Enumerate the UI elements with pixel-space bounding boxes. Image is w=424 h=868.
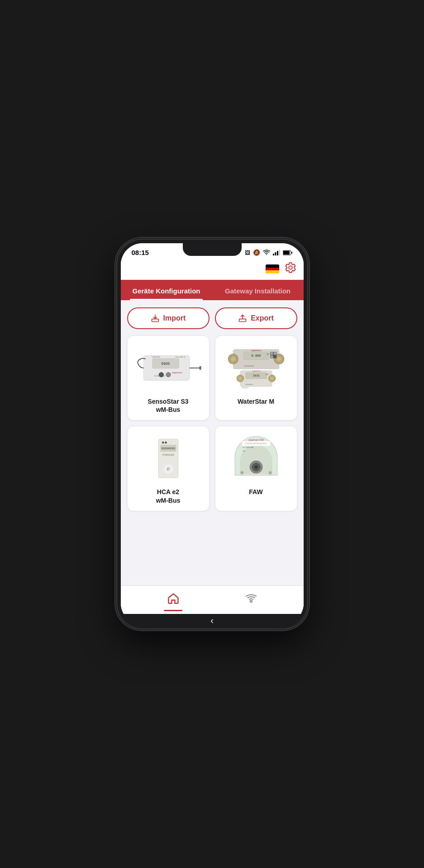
flag-red-stripe	[266, 268, 279, 271]
signal-icon	[273, 250, 280, 255]
action-buttons: Import Export	[127, 307, 297, 329]
tab-geraete-konfiguration[interactable]: Geräte Konfiguration	[121, 280, 212, 300]
home-icon	[167, 592, 180, 605]
waterstar-name: WaterStar M	[238, 397, 274, 406]
svg-rect-19	[199, 366, 201, 370]
svg-point-16	[166, 372, 171, 377]
svg-text:64251258: 64251258	[152, 356, 160, 358]
tab-bar: Geräte Konfiguration Gateway Installatio…	[121, 280, 304, 300]
svg-rect-7	[152, 319, 158, 322]
import-button[interactable]: Import	[127, 307, 210, 329]
svg-point-38	[270, 377, 274, 380]
svg-rect-2	[277, 251, 278, 255]
flag-gold-stripe	[266, 270, 279, 274]
svg-point-22	[230, 356, 236, 362]
battery-icon	[283, 250, 293, 255]
svg-text:SensoStar E: SensoStar E	[175, 356, 185, 358]
svg-text:00000000: 00000000	[161, 447, 175, 450]
svg-point-36	[238, 377, 242, 380]
top-bar	[121, 258, 304, 280]
svg-rect-8	[239, 319, 246, 322]
svg-text:||||||||||||||||||||: ||||||||||||||||||||	[245, 443, 267, 445]
svg-text:m³: m³	[266, 373, 269, 376]
device-card-sensostar[interactable]: 0000 64251258 SensoStar E CE M18 0102	[127, 335, 210, 420]
nav-home[interactable]	[158, 590, 189, 607]
svg-point-24	[276, 356, 281, 362]
svg-text:e: e	[167, 466, 170, 472]
svg-text:engelmann FAW: engelmann FAW	[248, 439, 264, 441]
svg-rect-5	[283, 251, 290, 255]
svg-point-15	[158, 372, 163, 377]
nav-gateway[interactable]	[236, 590, 267, 607]
svg-text:CE IM 24: CE IM 24	[245, 383, 253, 386]
bottom-nav	[121, 585, 304, 616]
svg-point-47	[165, 442, 167, 444]
svg-rect-32	[274, 352, 276, 354]
svg-text:engelmann: engelmann	[251, 349, 261, 352]
svg-rect-3	[279, 250, 280, 255]
svg-text:CE: CE	[243, 450, 245, 452]
settings-icon[interactable]	[285, 262, 296, 276]
svg-rect-0	[273, 254, 274, 255]
svg-rect-6	[291, 252, 292, 254]
device-card-faw[interactable]: |||||||||||||||||||| engelmann FAW snr 5…	[215, 426, 297, 511]
export-icon	[238, 314, 247, 323]
svg-text:0.000: 0.000	[251, 354, 261, 358]
gateway-icon	[245, 592, 257, 605]
status-icons: 🖼 🔕	[245, 249, 293, 256]
main-scroll[interactable]: Import Export	[121, 300, 304, 585]
tab-gateway-installation[interactable]: Gateway Installation	[212, 280, 304, 300]
device-card-hca[interactable]: 00000000 R 60511610 e HCA e2 wM-Bus	[127, 426, 210, 511]
svg-text:R 60511610: R 60511610	[162, 454, 174, 456]
flag-black-stripe	[266, 264, 279, 268]
svg-point-67	[250, 600, 252, 603]
hca-name: HCA e2 wM-Bus	[156, 488, 181, 504]
sensostar-name: SensoStar S3 wM-Bus	[148, 397, 188, 414]
export-button[interactable]: Export	[215, 307, 297, 329]
import-icon	[151, 314, 160, 323]
hca-image: 00000000 R 60511610 e	[133, 434, 204, 483]
device-card-waterstar[interactable]: 0.000 m³ engelmann CE M180102	[215, 335, 297, 420]
svg-rect-1	[275, 252, 276, 255]
svg-text:3456: 3456	[252, 374, 259, 377]
wifi-icon	[263, 250, 270, 255]
device-grid: 0000 64251258 SensoStar E CE M18 0102	[127, 335, 297, 511]
faw-image: |||||||||||||||||||| engelmann FAW snr 5…	[221, 434, 291, 483]
svg-text:39920019: 39920019	[242, 387, 248, 389]
app-content: Geräte Konfiguration Gateway Installatio…	[121, 258, 304, 616]
faw-name: FAW	[249, 488, 262, 496]
svg-text:engelmann: engelmann	[172, 372, 182, 374]
gallery-icon: 🖼	[245, 250, 250, 256]
status-time: 08:15	[132, 249, 149, 256]
phone-frame: 08:15 🖼 🔕	[117, 240, 307, 628]
svg-point-46	[162, 442, 164, 444]
screen: 08:15 🖼 🔕	[121, 243, 304, 625]
notch	[183, 243, 242, 256]
waterstar-image: 0.000 m³ engelmann CE M180102	[221, 343, 291, 393]
flag-icon[interactable]	[266, 264, 279, 274]
sensostar-image: 0000 64251258 SensoStar E CE M18 0102	[133, 343, 204, 393]
back-button[interactable]: ‹	[210, 615, 214, 626]
back-button-area: ‹	[117, 614, 307, 628]
svg-rect-33	[270, 355, 272, 358]
svg-text:snr 54501499: snr 54501499	[243, 446, 253, 448]
svg-text:m³: m³	[267, 353, 270, 355]
svg-point-55	[254, 466, 258, 469]
svg-text:0000: 0000	[161, 362, 170, 366]
svg-text:CE M180102: CE M180102	[243, 365, 254, 367]
svg-text:engelmann: engelmann	[252, 370, 260, 372]
svg-rect-31	[270, 352, 272, 354]
mute-icon: 🔕	[253, 249, 260, 256]
